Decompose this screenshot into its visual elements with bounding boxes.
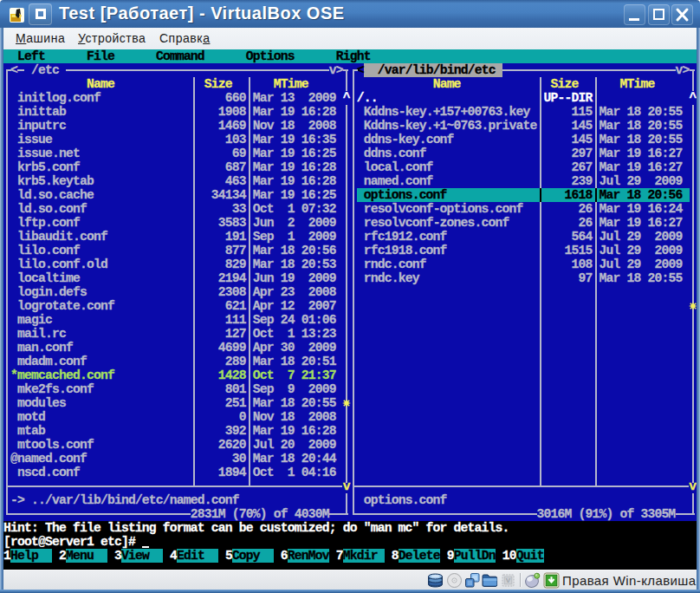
svg-text:V: V [506,577,511,584]
